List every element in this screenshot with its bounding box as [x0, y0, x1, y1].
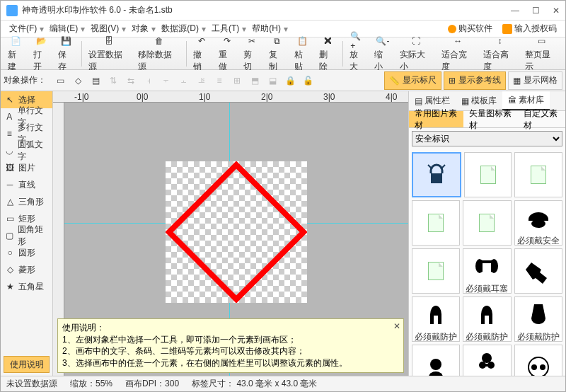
op-btn[interactable]: 🔒: [282, 73, 298, 88]
toolbar-删除[interactable]: 🗙删除: [315, 33, 340, 74]
gallery-item[interactable]: [463, 200, 511, 246]
gallery-item[interactable]: [464, 152, 512, 197]
toolbar-剪切[interactable]: ✂剪切: [239, 33, 265, 74]
tool-五角星[interactable]: ★五角星: [1, 278, 52, 295]
op-btn[interactable]: ▤: [88, 73, 103, 88]
op-btn[interactable]: ⇆: [123, 73, 139, 88]
tool-icon: ≡: [5, 129, 14, 139]
toolbar-icon: ↕: [492, 34, 507, 48]
toolbar-适合宽度[interactable]: ↔适合宽度: [437, 33, 479, 74]
minimize-button[interactable]: —: [511, 6, 519, 16]
diamond-shape[interactable]: [166, 161, 307, 303]
tool-icon: ◇: [5, 265, 15, 275]
toolbar-icon: 📋: [295, 34, 309, 48]
toolbar-icon: ↷: [220, 34, 234, 48]
op-btn[interactable]: ⊞: [229, 73, 245, 88]
toggle-guides[interactable]: ⊞显示参考线: [444, 71, 506, 90]
gallery-item[interactable]: [514, 345, 562, 376]
toolbar-设置数据源[interactable]: 🗄设置数据源: [84, 33, 134, 74]
op-btn[interactable]: ⫠: [176, 73, 192, 88]
hint-close[interactable]: ✕: [393, 321, 400, 333]
tool-icon: ◡: [5, 146, 14, 156]
op-btn[interactable]: ◇: [70, 73, 86, 88]
toolbar-保存[interactable]: 💾保存: [54, 33, 79, 74]
op-btn[interactable]: ⬓: [265, 73, 280, 88]
thumb-icon: [413, 154, 460, 196]
toolbar-整页显示[interactable]: ▭整页显示: [521, 33, 562, 74]
op-btn[interactable]: ▭: [52, 73, 68, 88]
toolbar-icon: 💾: [59, 34, 74, 48]
toolbar-icon: 📄: [9, 34, 23, 48]
ruler-icon: 📏: [389, 76, 400, 86]
gallery-item[interactable]: [514, 152, 562, 197]
toolbar-打开[interactable]: 📂打开: [29, 33, 54, 74]
gallery-item[interactable]: [412, 152, 461, 197]
toolbar-重做[interactable]: ↷重做: [214, 33, 240, 74]
gallery-item[interactable]: 必须戴防护手臂: [514, 296, 562, 342]
template-icon: ▦: [461, 96, 469, 106]
toolbar-撤销[interactable]: ↶撤销: [189, 33, 214, 74]
tool-直线[interactable]: ─直线: [1, 176, 52, 193]
toolbar-icon: 🗄: [102, 34, 116, 48]
gallery-item[interactable]: 必须戴防护眼镜: [463, 345, 511, 376]
category-select[interactable]: 安全标识: [412, 131, 562, 146]
toolbar-移除数据源[interactable]: 🗑移除数据源: [134, 33, 184, 74]
toggle-grid[interactable]: ▦显示网格: [508, 71, 562, 90]
gallery-item[interactable]: [412, 248, 460, 294]
toolbar-缩小[interactable]: 🔍-缩小: [370, 33, 395, 74]
app-icon: [6, 5, 18, 16]
tool-菱形[interactable]: ◇菱形: [1, 261, 52, 278]
gallery-item[interactable]: [412, 200, 460, 246]
thumb-icon: [463, 249, 510, 283]
gallery-item[interactable]: [514, 248, 562, 294]
maximize-button[interactable]: ☐: [532, 6, 540, 16]
toolbar-放大[interactable]: 🔍+放大: [345, 33, 371, 74]
op-btn[interactable]: ⫞: [141, 73, 156, 88]
close-button[interactable]: ✕: [553, 6, 560, 16]
toolbar-适合高度[interactable]: ↕适合高度: [479, 33, 521, 74]
svg-rect-9: [481, 364, 492, 367]
object-ops-label: 对象操作：: [4, 74, 46, 86]
subtab-vector[interactable]: 矢量图标素材: [463, 111, 518, 127]
thumb-icon: [412, 297, 459, 331]
op-btn[interactable]: ⬒: [247, 73, 262, 88]
tool-圆弧文字[interactable]: ◡圆弧文字: [1, 142, 52, 159]
guides-icon: ⊞: [449, 76, 456, 86]
thumb-icon: [463, 345, 510, 376]
svg-point-12: [540, 364, 545, 370]
gallery-item[interactable]: [412, 345, 460, 376]
thumb-icon: [412, 345, 459, 376]
toggle-ruler[interactable]: 📏显示标尺: [384, 71, 441, 90]
toolbar-icon: ⛶: [409, 34, 423, 48]
thumb-icon: [463, 201, 510, 245]
hint-panel: ✕ 使用说明： 1、左侧对象栏中选择一个工具，即可添加一个元素到画布区； 2、画…: [57, 318, 404, 373]
toolbar-icon: 🔍+: [350, 34, 364, 48]
canvas-area[interactable]: -1|00|01|02|03|04|0 ✕ 使用说明： 1、左侧对象栏中选择一个…: [53, 91, 408, 376]
toolbar-粘贴[interactable]: 📋粘贴: [290, 33, 316, 74]
gallery-item[interactable]: 必须戴耳塞: [463, 248, 511, 294]
status-datasource: 未设置数据源: [6, 378, 57, 390]
op-btn[interactable]: ≡: [212, 73, 227, 88]
op-btn[interactable]: 🔓: [300, 73, 316, 88]
op-btn[interactable]: ⫡: [194, 73, 209, 88]
tool-圆形[interactable]: ○圆形: [1, 244, 52, 261]
toolbar-复制[interactable]: ⧉复制: [265, 33, 290, 74]
tool-图片[interactable]: 🖼图片: [1, 159, 52, 176]
subtab-custom[interactable]: 自定义素材: [518, 111, 565, 127]
toolbar-新建[interactable]: 📄新建: [4, 33, 29, 74]
thumb-icon: [412, 249, 459, 293]
op-btn[interactable]: ⇅: [105, 73, 121, 88]
status-zoom: 缩放：55%: [70, 378, 112, 390]
gallery-item[interactable]: 必须戴防护手套: [463, 296, 511, 342]
thumb-icon: [515, 297, 562, 331]
subtab-common[interactable]: 常用图片素材: [409, 111, 463, 127]
help-button[interactable]: 使用说明: [4, 356, 50, 373]
toolbar-实际大小[interactable]: ⛶实际大小: [395, 33, 437, 74]
tool-三角形[interactable]: △三角形: [1, 193, 52, 210]
tool-圆角矩形[interactable]: ▢圆角矩形: [1, 227, 52, 244]
gallery-item[interactable]: 必须戴安全帽: [514, 200, 562, 246]
op-btn[interactable]: ⫟: [158, 73, 174, 88]
status-dpi: 画布DPI：300: [125, 378, 179, 390]
heart-icon: [448, 25, 456, 33]
gallery-item[interactable]: 必须戴防护手套: [412, 296, 460, 342]
